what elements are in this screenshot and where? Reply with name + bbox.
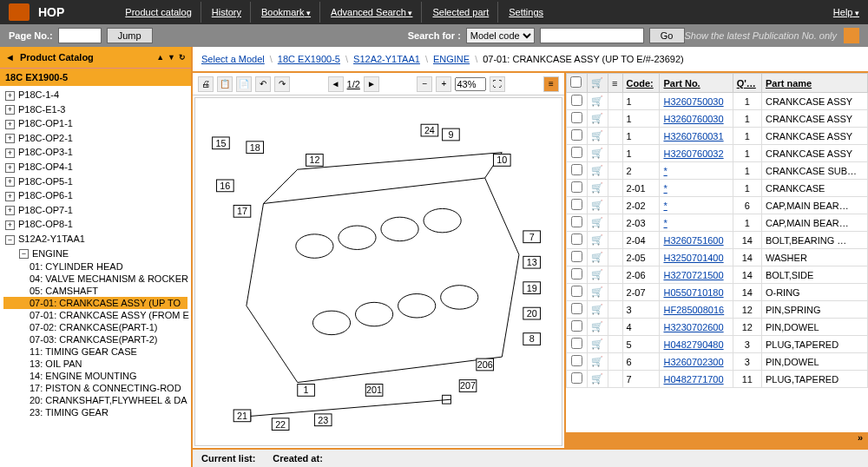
info-icon[interactable] bbox=[608, 128, 622, 145]
cart-icon[interactable]: 🛒 bbox=[587, 197, 608, 214]
info-icon[interactable] bbox=[608, 214, 622, 232]
row-check[interactable] bbox=[571, 147, 582, 158]
cell-partno[interactable]: * bbox=[660, 180, 733, 197]
cart-icon[interactable]: 🛒 bbox=[587, 145, 608, 162]
expand-up-icon[interactable]: ▲ bbox=[156, 53, 164, 62]
cell-partno[interactable]: H0482771700 bbox=[660, 371, 733, 388]
info-icon[interactable] bbox=[608, 353, 622, 371]
tree-leaf[interactable]: 07-01: CRANKCASE ASSY (UP TO bbox=[3, 297, 187, 309]
info-icon[interactable] bbox=[608, 197, 622, 214]
breadcrumb-sub[interactable]: S12A2-Y1TAA1 bbox=[353, 54, 420, 64]
info-icon[interactable] bbox=[608, 232, 622, 249]
row-check[interactable] bbox=[571, 320, 582, 332]
tree-leaf[interactable]: 07-01: CRANKCASE ASSY (FROM E bbox=[3, 309, 187, 321]
tree-leaf[interactable]: 07-03: CRANKCASE(PART-2) bbox=[3, 333, 187, 345]
next-page-icon[interactable]: ► bbox=[364, 76, 379, 92]
page-no-input[interactable] bbox=[58, 28, 102, 43]
cart-icon[interactable]: 🛒 bbox=[587, 180, 608, 197]
tree-leaf[interactable]: 20: CRANKSHAFT,FLYWHEEL & DA bbox=[3, 394, 187, 406]
cart-icon[interactable]: 🛒 bbox=[587, 371, 608, 388]
info-icon[interactable] bbox=[608, 162, 622, 180]
search-mode-select[interactable]: Model code bbox=[466, 28, 535, 43]
cell-partno[interactable]: H3270721500 bbox=[660, 266, 733, 284]
jump-button[interactable]: Jump bbox=[107, 28, 153, 43]
tree-leaf[interactable]: 13: OIL PAN bbox=[3, 358, 187, 370]
layers-icon[interactable]: ≡ bbox=[543, 76, 559, 92]
breadcrumb-engine[interactable]: ENGINE bbox=[433, 54, 470, 64]
cell-partno[interactable]: H3260760030 bbox=[660, 110, 733, 128]
cart-icon[interactable]: 🛒 bbox=[587, 266, 608, 284]
zoom-in-icon[interactable]: + bbox=[436, 76, 451, 92]
row-check[interactable] bbox=[571, 164, 582, 175]
cart-icon[interactable]: 🛒 bbox=[587, 301, 608, 319]
row-check[interactable] bbox=[571, 303, 582, 314]
menu-advanced-search[interactable]: Advanced Search bbox=[322, 2, 422, 23]
tree-item[interactable]: +P18C-E1-3 bbox=[3, 102, 187, 117]
cell-partno[interactable]: * bbox=[660, 214, 733, 232]
go-button[interactable]: Go bbox=[649, 28, 685, 43]
tree-item[interactable]: +P18C-OP3-1 bbox=[3, 145, 187, 160]
cell-partno[interactable]: H3260760032 bbox=[660, 145, 733, 162]
info-icon[interactable] bbox=[608, 110, 622, 128]
expand-down-icon[interactable]: ▼ bbox=[168, 53, 175, 62]
col-check[interactable] bbox=[567, 74, 588, 93]
col-qty[interactable]: Q'… bbox=[733, 74, 761, 93]
cell-partno[interactable]: H3250701400 bbox=[660, 249, 733, 266]
scroll-right-icon[interactable]: » bbox=[566, 432, 868, 448]
copy-icon[interactable]: 📋 bbox=[217, 76, 233, 92]
menu-selected-part[interactable]: Selected part bbox=[424, 2, 498, 23]
col-partno[interactable]: Part No. bbox=[660, 74, 733, 93]
info-icon[interactable] bbox=[608, 249, 622, 266]
row-check[interactable] bbox=[571, 338, 582, 349]
breadcrumb-model[interactable]: 18C EX1900-5 bbox=[278, 54, 340, 64]
cell-partno[interactable]: H3230702600 bbox=[660, 319, 733, 336]
cart-icon[interactable]: 🛒 bbox=[587, 93, 608, 110]
row-check[interactable] bbox=[571, 181, 582, 193]
tree-leaf[interactable]: 23: TIMING GEAR bbox=[3, 406, 187, 418]
info-icon[interactable] bbox=[608, 371, 622, 388]
tree-item[interactable]: +P18C-OP4-1 bbox=[3, 160, 187, 174]
row-check[interactable] bbox=[571, 286, 582, 297]
row-check[interactable] bbox=[571, 129, 582, 141]
row-check[interactable] bbox=[571, 216, 582, 227]
cell-partno[interactable]: H3260750030 bbox=[660, 93, 733, 110]
menu-settings[interactable]: Settings bbox=[500, 2, 552, 23]
col-code[interactable]: Code: bbox=[622, 74, 660, 93]
prev-page-icon[interactable]: ◄ bbox=[328, 76, 344, 92]
menu-product-catalog[interactable]: Product catalog bbox=[116, 2, 201, 23]
tree-leaf[interactable]: 11: TIMING GEAR CASE bbox=[3, 345, 187, 358]
new-page-icon[interactable]: 📄 bbox=[236, 76, 252, 92]
info-icon[interactable] bbox=[608, 319, 622, 336]
tree-leaf[interactable]: 14: ENGINE MOUNTING bbox=[3, 370, 187, 382]
refresh-icon[interactable]: ↻ bbox=[179, 53, 186, 62]
tree-item[interactable]: +P18C-1-4 bbox=[3, 88, 187, 102]
diagram-area[interactable]: 151617181291024713192081201207206212223 bbox=[194, 97, 562, 446]
zoom-out-icon[interactable]: − bbox=[417, 76, 432, 92]
info-icon[interactable] bbox=[608, 180, 622, 197]
zoom-input[interactable] bbox=[455, 77, 486, 91]
cell-partno[interactable]: H3260751600 bbox=[660, 232, 733, 249]
cart-icon[interactable]: 🛒 bbox=[587, 128, 608, 145]
info-icon[interactable] bbox=[608, 336, 622, 353]
cart-icon[interactable]: 🛒 bbox=[587, 353, 608, 371]
tree-item[interactable]: +P18C-OP1-1 bbox=[3, 116, 187, 131]
cart-icon[interactable]: 🛒 bbox=[587, 319, 608, 336]
row-check[interactable] bbox=[571, 372, 582, 384]
cart-icon[interactable]: 🛒 bbox=[587, 110, 608, 128]
cell-partno[interactable]: H3260760031 bbox=[660, 128, 733, 145]
info-icon[interactable] bbox=[608, 284, 622, 301]
cart-icon[interactable]: 🛒 bbox=[587, 232, 608, 249]
row-check[interactable] bbox=[571, 234, 582, 245]
rotate-left-icon[interactable]: ↶ bbox=[255, 76, 271, 92]
menu-bookmark[interactable]: Bookmark bbox=[253, 2, 320, 23]
tree-leaf[interactable]: 01: CYLINDER HEAD bbox=[3, 260, 187, 273]
cell-partno[interactable]: H0550710180 bbox=[660, 284, 733, 301]
print-icon[interactable]: 🖨 bbox=[198, 76, 214, 92]
row-check[interactable] bbox=[571, 95, 582, 106]
row-check[interactable] bbox=[571, 355, 582, 366]
row-check[interactable] bbox=[571, 251, 582, 262]
cell-partno[interactable]: HF285008016 bbox=[660, 301, 733, 319]
cart-icon[interactable]: 🛒 bbox=[587, 284, 608, 301]
info-icon[interactable] bbox=[608, 266, 622, 284]
info-icon[interactable] bbox=[608, 301, 622, 319]
